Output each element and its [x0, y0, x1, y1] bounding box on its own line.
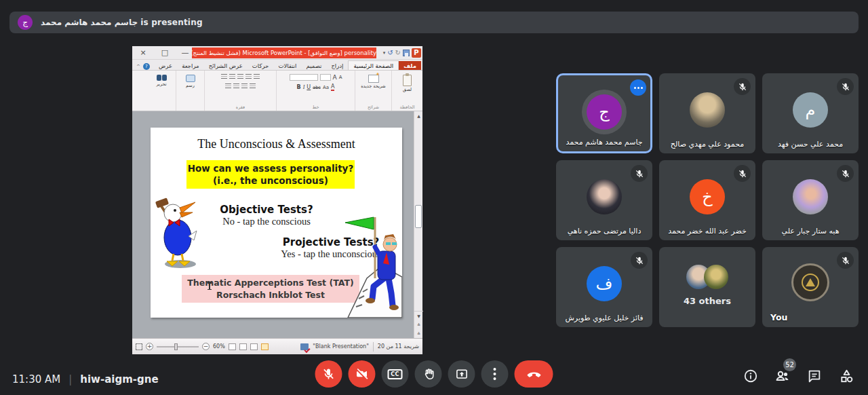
qat-dropdown-icon: ▾: [383, 48, 386, 58]
tab-file: ملف: [399, 61, 421, 70]
participant-name: خضر عبد الله خضر محمد: [659, 227, 755, 236]
end-call-button[interactable]: [515, 360, 553, 388]
participant-name: داليا مرتضى حمزه ناهي: [556, 227, 652, 236]
slide: The Unconscious & Assessment How can we …: [151, 128, 402, 318]
ppt-scrollbar: ▲ ▼ ≜ ≙: [414, 111, 422, 338]
tile-mahmoud[interactable]: محمود علي مهدي صالح: [659, 73, 755, 153]
tab-review: مراجعة: [177, 61, 204, 70]
people-count-badge: 52: [783, 358, 796, 371]
mic-off-icon: [734, 165, 751, 182]
letter-avatar: ج: [587, 94, 622, 130]
tab-transitions: انتقالات: [273, 61, 301, 70]
new-slide-icon: [368, 75, 379, 83]
save-icon: [403, 50, 410, 56]
present-button[interactable]: [448, 360, 475, 388]
yellow-highlight: How can we assess personality? (i.e., th…: [186, 160, 355, 189]
shrink-font-icon: A: [339, 75, 342, 80]
tile-options-button[interactable]: [630, 79, 646, 96]
meet-app: ج جاسم محمد هاشم محمد is presenting × □ …: [0, 0, 868, 395]
shared-screen-powerpoint[interactable]: × □ — personality [وضع التوافق] - Micros…: [132, 46, 422, 354]
previous-slide-icon: ≜: [414, 320, 423, 329]
participant-name: You: [762, 312, 859, 322]
chat-icon: [807, 369, 822, 383]
underline-icon: U: [307, 84, 311, 90]
clock: 11:30 AM: [12, 373, 60, 385]
camera-button[interactable]: [349, 360, 376, 388]
paste-button: لصق: [395, 73, 420, 92]
tab-home: الصفحة الرئيسية: [348, 60, 399, 70]
editing-group: تحرير: [147, 71, 176, 111]
slide-title: The Unconscious & Assessment: [151, 137, 402, 151]
more-options-button[interactable]: [481, 360, 509, 388]
mic-off-icon: [837, 165, 854, 182]
reading-view-icon: [250, 343, 258, 350]
text-cursor: [209, 282, 210, 290]
next-slide-icon: ≙: [414, 329, 423, 338]
tile-jasim[interactable]: ج جاسم محمد هاشم محمد: [556, 73, 652, 153]
chat-button[interactable]: [806, 368, 823, 384]
tile-heba[interactable]: هبه ستار جبار علي: [762, 160, 859, 240]
slide-counter: شريحة 11 من 20: [378, 343, 419, 350]
people-button[interactable]: 52: [774, 368, 791, 384]
tile-khidr[interactable]: خ خضر عبد الله خضر محمد: [659, 160, 755, 240]
slide-canvas: The Unconscious & Assessment How can we …: [132, 111, 414, 338]
activities-icon: [839, 369, 854, 384]
letter-avatar: خ: [690, 179, 725, 214]
bold-icon: B: [297, 84, 301, 90]
ppt-statusbar: + − 60% "Blank Presentation" شريحة 11 من…: [132, 338, 422, 354]
mic-off-icon: [734, 78, 751, 95]
presentation-name: "Blank Presentation": [313, 343, 368, 350]
ppt-window-title: personality [وضع التوافق] - Microsoft Po…: [192, 48, 376, 58]
presenting-banner: ج جاسم محمد هاشم محمد is presenting: [9, 12, 859, 33]
present-icon: [455, 368, 468, 381]
mic-button[interactable]: [315, 360, 342, 388]
info-button[interactable]: [743, 368, 759, 384]
meeting-code: hiw-aigm-gne: [80, 373, 158, 385]
tile-faiz[interactable]: ف فائز خليل عليوي طويرش: [556, 247, 652, 327]
participant-name: هبه ستار جبار علي: [762, 227, 859, 236]
font-group: A A B I U abc Aa A خط: [276, 71, 355, 111]
tab-view: عرض: [154, 61, 177, 70]
slideshow-view-icon: [261, 343, 269, 350]
change-case-icon: Aa: [323, 85, 329, 90]
new-slide-button: شريحة جديدة: [358, 73, 389, 89]
end-call-icon: [526, 366, 542, 382]
slide-sorter-icon: [239, 343, 247, 350]
tab-design: تصميم: [302, 61, 327, 70]
participant-name: محمود علي مهدي صالح: [659, 140, 755, 149]
photo-avatar: [793, 179, 828, 214]
italic-icon: I: [303, 84, 305, 90]
normal-view-icon: [229, 343, 236, 350]
hand-icon: [422, 368, 435, 381]
scroll-up-icon: ▲: [414, 111, 423, 120]
drawing-group: رسم: [176, 71, 204, 111]
mic-off-icon: [837, 252, 854, 269]
mic-off-icon: [631, 165, 648, 182]
letter-avatar: م: [793, 92, 828, 128]
strikethrough-icon: abc: [313, 85, 321, 90]
zoom-in-icon: +: [146, 343, 153, 350]
participant-name: فائز خليل عليوي طويرش: [556, 314, 652, 322]
logo-avatar: [791, 263, 829, 301]
raise-hand-button[interactable]: [415, 360, 442, 388]
photo-avatar: [690, 92, 725, 128]
others-avatars: [686, 265, 728, 289]
captions-button[interactable]: CC: [382, 360, 409, 388]
mic-off-icon: [837, 78, 854, 95]
more-vert-icon: [494, 368, 496, 380]
fit-to-window-icon: [136, 343, 142, 350]
tile-you[interactable]: You: [762, 247, 859, 327]
participant-name: محمد علي حسن فهد: [762, 140, 859, 149]
tile-mohammed[interactable]: م محمد علي حسن فهد: [762, 73, 859, 153]
participant-name: جاسم محمد هاشم محمد: [558, 138, 650, 147]
clipboard-group: لصق الحافظة: [391, 71, 422, 111]
scroll-down-icon: ▼: [414, 312, 423, 320]
binoculars-icon: [157, 75, 167, 81]
activities-button[interactable]: [838, 368, 854, 384]
tile-others[interactable]: 43 others: [659, 247, 755, 327]
tile-dalia[interactable]: داليا مرتضى حمزه ناهي: [556, 160, 652, 240]
tab-slideshow: عرض الشرائح: [204, 61, 248, 70]
objective-tests-block: Objective Tests? No - tap the conscious: [190, 204, 343, 227]
photo-avatar: [587, 179, 622, 214]
call-controls: CC: [315, 360, 553, 388]
